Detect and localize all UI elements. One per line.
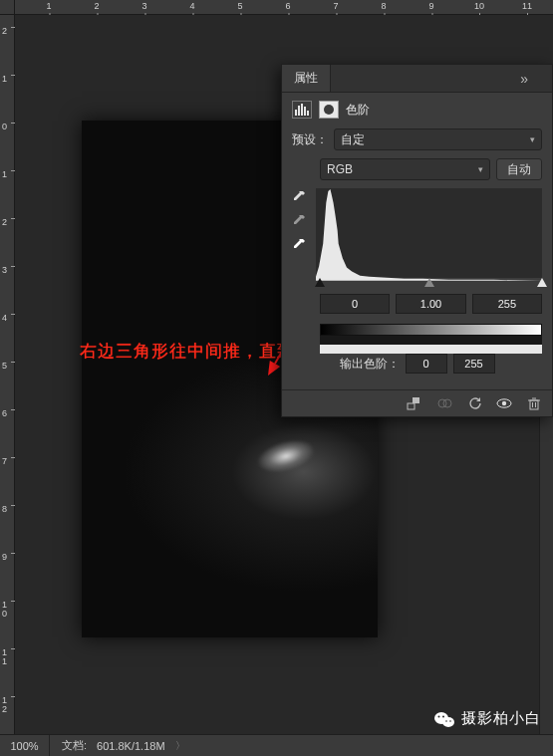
svg-rect-7 [307,111,309,116]
ruler-tick: 12 [2,696,13,714]
wechat-icon [433,710,455,728]
ruler-tick: 1 [2,75,13,84]
highlight-slider[interactable] [537,278,547,287]
reset-icon[interactable] [466,396,482,410]
svg-rect-6 [304,107,306,116]
status-bar: 100% 文档: 601.8K/1.18M 〉 [0,734,553,756]
ruler-tick: 5 [2,362,13,371]
output-gradient [320,324,542,336]
ruler-tick: 4 [189,1,194,11]
levels-icon [292,101,312,119]
properties-panel: 属性 » 色阶 预设： 自定 ▾ RGB ▾ 自动 [281,64,553,417]
preset-select[interactable]: 自定 ▾ [334,128,542,150]
chevron-right-icon: 〉 [175,739,185,753]
ruler-tick: 7 [2,457,13,466]
svg-point-13 [502,401,506,405]
panel-tabbar: 属性 » [282,65,552,93]
output-white-slider[interactable] [320,345,542,354]
ruler-tick: 3 [141,1,146,11]
output-black-slider[interactable] [320,336,542,345]
svg-point-21 [438,715,440,717]
svg-rect-14 [530,400,538,409]
svg-rect-4 [298,106,300,116]
svg-point-23 [445,720,447,722]
output-label: 输出色阶： [340,356,400,373]
ruler-vertical: 2101234567891011121314 [0,15,15,734]
svg-rect-5 [301,104,303,116]
svg-point-24 [449,720,451,722]
visibility-icon[interactable] [496,396,512,410]
svg-rect-9 [413,397,419,403]
chevron-down-icon: ▾ [478,164,483,174]
ruler-tick: 10 [2,601,13,619]
ruler-tick: 1 [2,170,13,179]
zoom-level[interactable]: 100% [0,735,50,756]
watermark: 摄影柏小白 [433,709,541,728]
svg-rect-3 [295,110,297,116]
ruler-tick: 4 [2,314,13,323]
ruler-tick: 8 [381,1,386,11]
midtone-input[interactable]: 1.00 [396,294,465,314]
output-slider-track[interactable] [320,336,542,348]
ruler-tick: 6 [2,409,13,418]
ruler-corner [0,0,15,15]
mask-icon[interactable] [319,101,339,119]
svg-point-22 [442,715,444,717]
midtone-slider[interactable] [424,278,434,287]
ruler-tick: 11 [2,648,13,666]
properties-tab[interactable]: 属性 [282,65,331,92]
highlight-input[interactable]: 255 [472,294,542,314]
ruler-tick: 1 [46,1,51,11]
ruler-tick: 2 [94,1,99,11]
clip-to-layer-icon[interactable] [407,396,422,410]
ruler-tick: 2 [2,218,13,227]
collapse-icon[interactable]: » [512,71,536,87]
svg-point-11 [443,399,451,407]
ruler-tick: 9 [2,553,13,562]
input-slider-track[interactable] [320,278,542,290]
ruler-tick: 11 [522,1,532,11]
ruler-tick: 6 [285,1,290,11]
ruler-horizontal: 1234567891011 [15,0,553,15]
eyedropper-white-icon[interactable] [292,238,306,254]
eyedropper-black-icon[interactable] [292,190,306,206]
ruler-tick: 9 [428,1,433,11]
ruler-tick: 10 [474,1,484,11]
ruler-tick: 7 [333,1,338,11]
ruler-tick: 5 [237,1,242,11]
shadow-input[interactable]: 0 [320,294,390,314]
histogram [316,188,542,278]
chevron-down-icon: ▾ [530,134,535,144]
shadow-slider[interactable] [315,278,325,287]
adjustment-title: 色阶 [346,102,370,119]
output-high-input[interactable]: 255 [453,354,495,374]
previous-state-icon[interactable] [436,396,452,410]
auto-button[interactable]: 自动 [496,158,542,180]
preset-label: 预设： [292,131,328,148]
ruler-tick: 3 [2,266,13,275]
svg-point-20 [442,717,454,727]
document-info[interactable]: 文档: 601.8K/1.18M 〉 [50,738,197,753]
output-low-input[interactable]: 0 [406,354,447,374]
trash-icon[interactable] [526,396,542,410]
ruler-tick: 8 [2,505,13,514]
eyedropper-gray-icon[interactable] [292,214,306,230]
channel-select[interactable]: RGB ▾ [320,158,490,180]
ruler-tick: 2 [2,27,13,36]
ruler-tick: 0 [2,123,13,131]
panel-menu-icon[interactable] [536,73,552,85]
svg-rect-8 [408,403,415,409]
